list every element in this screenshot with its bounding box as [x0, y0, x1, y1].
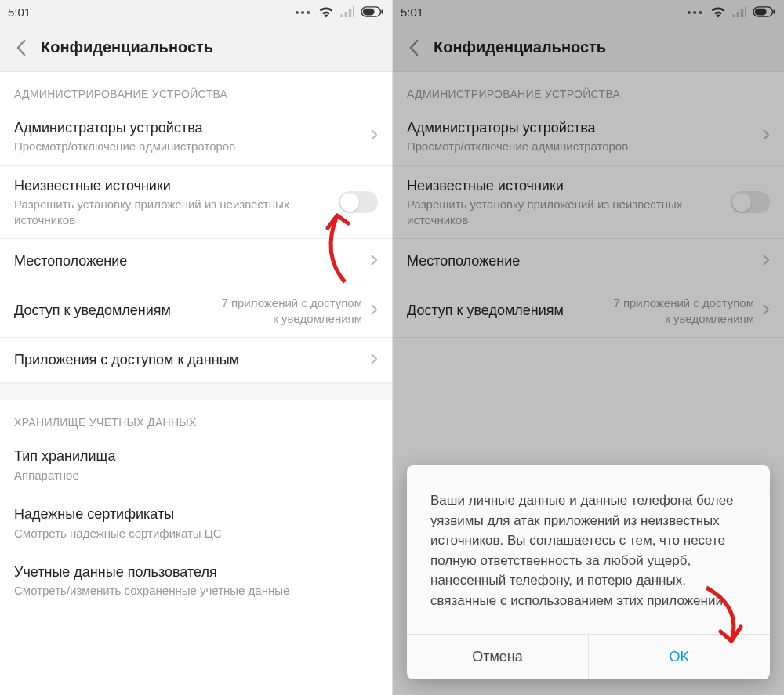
status-icons: •••	[295, 5, 384, 19]
row-sub: Разрешить установку приложений из неизве…	[14, 197, 331, 227]
settings-list: АДМИНИСТРИРОВАНИЕ УСТРОЙСТВА Администрат…	[0, 72, 392, 695]
toggle-unknown-sources[interactable]	[339, 191, 378, 213]
dialog-unknown-sources-warning: Ваши личные данные и данные телефона бол…	[407, 465, 770, 679]
row-notification-access[interactable]: Доступ к уведомлениям 7 приложений с дос…	[0, 284, 392, 338]
dialog-message: Ваши личные данные и данные телефона бол…	[407, 465, 770, 634]
row-location[interactable]: Местоположение	[0, 239, 392, 284]
chevron-left-icon	[16, 39, 27, 56]
more-icon: •••	[295, 5, 312, 19]
svg-rect-2	[363, 9, 375, 16]
ok-button[interactable]: OK	[588, 635, 770, 679]
page-title: Конфиденциальность	[41, 38, 213, 56]
row-sub: Смотреть/изменить сохраненные учетные да…	[14, 583, 378, 599]
section-header-admin: АДМИНИСТРИРОВАНИЕ УСТРОЙСТВА	[0, 72, 392, 108]
row-user-creds[interactable]: Учетные данные пользователя Смотреть/изм…	[0, 552, 392, 610]
chevron-right-icon	[370, 129, 378, 144]
row-title: Местоположение	[14, 252, 362, 270]
row-sub: Смотреть надежные сертификаты ЦС	[14, 526, 378, 541]
title-bar: Конфиденциальность	[0, 24, 392, 72]
row-title: Доступ к уведомлениям	[14, 302, 213, 320]
dialog-buttons: Отмена OK	[407, 634, 770, 679]
svg-rect-1	[381, 9, 383, 13]
chevron-right-icon	[370, 353, 378, 368]
row-device-admins[interactable]: Администраторы устройства Просмотр/отклю…	[0, 108, 392, 166]
row-sub: Аппаратное	[14, 468, 378, 483]
row-title: Приложения с доступом к данным	[14, 351, 362, 369]
status-bar: 5:01 •••	[0, 0, 392, 24]
section-gap	[0, 383, 392, 400]
row-sub: Просмотр/отключение администраторов	[14, 139, 362, 154]
phone-left: 5:01 ••• Конфиденциальность АДМИНИСТРИРО…	[0, 0, 392, 695]
section-header-creds: ХРАНИЛИЩЕ УЧЕТНЫХ ДАННЫХ	[0, 400, 392, 436]
phone-right: 5:01 ••• Конфиденциальность АДМИНИСТРИРО…	[392, 0, 784, 695]
row-storage-type[interactable]: Тип хранилища Аппаратное	[0, 436, 392, 494]
status-time: 5:01	[8, 5, 31, 19]
cancel-button[interactable]: Отмена	[407, 635, 588, 679]
row-unknown-sources[interactable]: Неизвестные источники Разрешить установк…	[0, 166, 392, 239]
chevron-right-icon	[370, 303, 378, 319]
chevron-right-icon	[370, 254, 378, 270]
toggle-knob	[340, 193, 359, 212]
row-title: Учетные данные пользователя	[14, 563, 378, 581]
signal-icon	[340, 6, 354, 17]
battery-icon	[361, 6, 384, 17]
row-title: Неизвестные источники	[14, 177, 331, 195]
row-title: Тип хранилища	[14, 447, 378, 465]
row-right-text: 7 приложений с доступом к уведомлениям	[213, 295, 362, 326]
row-data-access[interactable]: Приложения с доступом к данным	[0, 338, 392, 383]
wifi-icon	[318, 5, 334, 18]
back-button[interactable]	[11, 38, 31, 58]
row-title: Надежные сертификаты	[14, 505, 378, 523]
row-trusted-certs[interactable]: Надежные сертификаты Смотреть надежные с…	[0, 494, 392, 552]
row-title: Администраторы устройства	[14, 119, 362, 137]
